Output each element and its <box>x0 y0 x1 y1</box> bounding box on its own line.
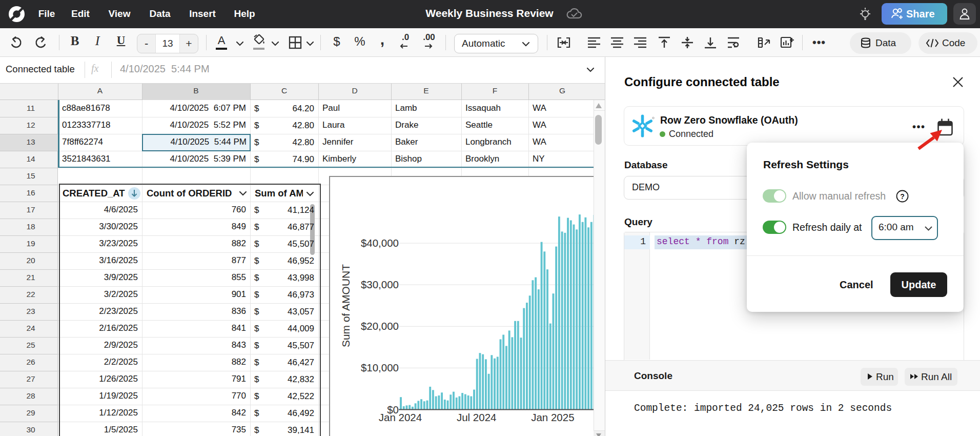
svg-text:?: ? <box>900 192 905 201</box>
svg-text:$20,000: $20,000 <box>361 320 399 332</box>
svg-text:Jul 2024: Jul 2024 <box>457 411 497 423</box>
svg-text:$30,000: $30,000 <box>361 279 399 290</box>
svg-text:$10,000: $10,000 <box>361 362 399 373</box>
svg-text:$40,000: $40,000 <box>361 237 399 249</box>
svg-text:Sum of AMOUNT: Sum of AMOUNT <box>340 264 352 347</box>
svg-text:Jan 2025: Jan 2025 <box>531 411 574 423</box>
svg-text:Jan 2024: Jan 2024 <box>379 411 422 423</box>
